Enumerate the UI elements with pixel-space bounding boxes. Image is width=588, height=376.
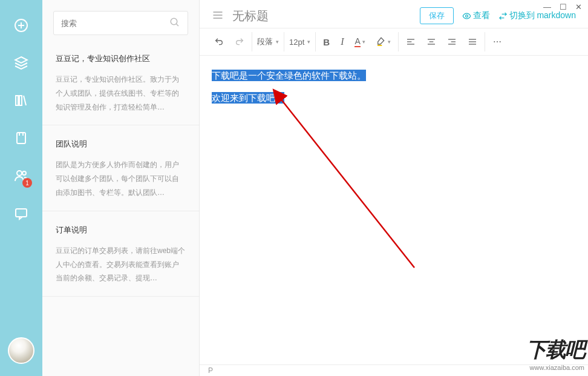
svg-point-8: [17, 171, 22, 176]
note-item[interactable]: 豆豆记，专业知识创作社区 豆豆记，专业知识创作社区。致力于为个人或团队，提供在线…: [42, 40, 199, 125]
note-title: 订单说明: [56, 225, 186, 236]
note-title: 豆豆记，专业知识创作社区: [56, 53, 186, 64]
svg-marker-3: [15, 57, 27, 63]
note-icon[interactable]: [13, 130, 30, 147]
bold-button[interactable]: B: [321, 36, 332, 48]
undo-button[interactable]: [212, 36, 226, 48]
editor-body[interactable]: 下载吧是一个安全绿色的软件下载站。 欢迎来到下载吧！: [200, 56, 588, 364]
note-desc: 豆豆记，专业知识创作社区。致力于为个人或团队，提供在线图书、专栏等的知识管理及创…: [56, 73, 186, 114]
switch-markdown-link[interactable]: 切换到 markdown: [498, 10, 576, 21]
stack-icon[interactable]: [13, 54, 30, 71]
text-color-button[interactable]: A▾: [352, 35, 367, 48]
highlight-button[interactable]: ▾: [374, 36, 393, 48]
note-item[interactable]: 订单说明 豆豆记的订单交易列表，请前往web端个人中心的查看。交易列表能查看到账…: [42, 211, 199, 297]
avatar[interactable]: [8, 337, 34, 364]
save-button[interactable]: 保存: [420, 7, 454, 24]
chat-icon[interactable]: [13, 205, 30, 222]
search-icon[interactable]: [169, 17, 180, 30]
note-desc: 团队是为方便多人协作而创建的，用户可以创建多个团队，每个团队下可以自由添加图书、…: [56, 158, 186, 199]
search-input[interactable]: [61, 19, 169, 28]
document-title[interactable]: 无标题: [232, 8, 411, 24]
fontsize-select[interactable]: 12pt▾: [289, 38, 310, 47]
svg-rect-10: [16, 209, 27, 217]
annotation-arrow: [269, 86, 426, 280]
selected-text-1: 下载吧是一个安全绿色的软件下载站。: [212, 70, 366, 81]
svg-line-6: [24, 96, 26, 105]
redo-button[interactable]: [232, 36, 247, 48]
selected-text-2: 欢迎来到下载吧！: [212, 92, 284, 104]
add-icon[interactable]: [13, 17, 30, 34]
svg-rect-5: [19, 96, 22, 105]
svg-rect-7: [17, 133, 25, 143]
svg-point-14: [171, 18, 177, 25]
svg-line-15: [176, 24, 178, 26]
badge: 1: [22, 178, 32, 188]
italic-button[interactable]: I: [338, 35, 346, 48]
note-title: 团队说明: [56, 139, 186, 150]
svg-point-9: [22, 171, 26, 175]
editor-panel: — ☐ ✕ 无标题 保存 查看 切换到 markdown 段落▾ 12pt▾ B: [200, 0, 588, 376]
view-link[interactable]: 查看: [462, 10, 490, 21]
svg-point-34: [497, 41, 498, 42]
window-controls: — ☐ ✕: [543, 2, 582, 12]
search-box[interactable]: [53, 11, 188, 35]
close-button[interactable]: ✕: [575, 2, 582, 12]
note-item[interactable]: 团队说明 团队是为方便多人协作而创建的，用户可以创建多个团队，每个团队下可以自由…: [42, 125, 199, 211]
svg-line-37: [280, 98, 414, 268]
more-button[interactable]: [490, 36, 505, 48]
maximize-button[interactable]: ☐: [560, 2, 567, 12]
align-right-button[interactable]: [445, 36, 459, 48]
paragraph-select[interactable]: 段落▾: [257, 36, 279, 47]
status-bar: P: [200, 364, 588, 376]
note-desc: 豆豆记的订单交易列表，请前往web端个人中心的查看。交易列表能查看到账户当前的余…: [56, 244, 186, 285]
team-icon[interactable]: 1: [13, 167, 30, 184]
align-center-button[interactable]: [424, 36, 439, 48]
svg-rect-4: [16, 96, 18, 105]
menu-icon[interactable]: [212, 9, 224, 23]
minimize-button[interactable]: —: [543, 2, 551, 12]
list-panel: 豆豆记，专业知识创作社区 豆豆记，专业知识创作社区。致力于为个人或团队，提供在线…: [42, 0, 200, 376]
svg-point-33: [494, 41, 495, 42]
svg-point-19: [465, 15, 468, 17]
editor-header: 无标题 保存 查看 切换到 markdown: [200, 0, 588, 28]
toolbar: 段落▾ 12pt▾ B I A▾ ▾: [200, 28, 588, 56]
align-justify-button[interactable]: [465, 36, 480, 48]
nav-sidebar: 1: [0, 0, 42, 376]
svg-point-35: [499, 41, 500, 42]
align-left-button[interactable]: [403, 36, 418, 48]
books-icon[interactable]: [13, 92, 30, 109]
